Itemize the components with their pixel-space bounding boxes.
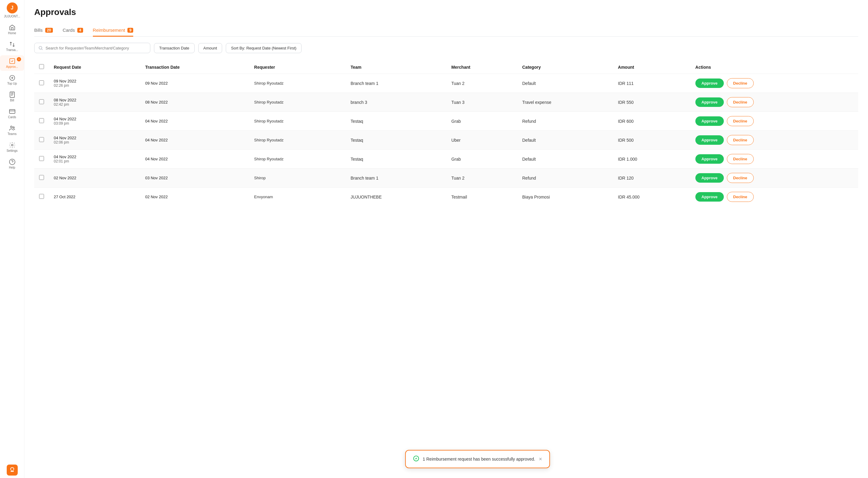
row-checkbox[interactable] — [39, 80, 44, 85]
row-checkbox[interactable] — [39, 118, 44, 123]
team-cell: Testaq — [346, 131, 446, 150]
amount-cell: IDR 500 — [613, 131, 690, 150]
tab-bills-label: Bills — [34, 28, 43, 33]
approve-button[interactable]: Approve — [695, 173, 724, 183]
tab-bills[interactable]: Bills 20 — [34, 25, 53, 37]
select-all-checkbox[interactable] — [39, 64, 44, 69]
table-container: Request Date Transaction Date Requester … — [34, 61, 858, 206]
decline-button[interactable]: Decline — [727, 116, 754, 126]
logo-icon — [9, 467, 16, 473]
transaction-date-cell: 04 Nov 2022 — [140, 131, 249, 150]
category-cell: Default — [517, 74, 613, 93]
transactions-icon — [9, 41, 16, 47]
approve-button[interactable]: Approve — [695, 135, 724, 145]
sort-filter[interactable]: Sort By: Request Date (Newest First) — [226, 43, 302, 53]
header-merchant: Merchant — [446, 61, 517, 74]
tab-cards[interactable]: Cards 4 — [63, 25, 83, 37]
sidebar-item-teams[interactable]: Teams — [0, 123, 24, 138]
toast-notification: 1 Reimbursement request has been success… — [405, 450, 550, 468]
svg-rect-3 — [9, 110, 15, 114]
approve-button[interactable]: Approve — [695, 78, 724, 88]
row-checkbox[interactable] — [39, 99, 44, 104]
amount-cell: IDR 600 — [613, 112, 690, 131]
approve-button[interactable]: Approve — [695, 116, 724, 126]
sidebar-item-home[interactable]: Home — [0, 22, 24, 37]
filter-bar: Transaction Date Amount Sort By: Request… — [34, 43, 858, 53]
request-date-cell: 04 Nov 2022 02:01 pm — [49, 150, 140, 169]
sidebar-item-topup-label: Top Up — [7, 82, 17, 85]
home-icon — [9, 24, 16, 31]
category-cell: Travel expense — [517, 93, 613, 112]
approve-button[interactable]: Approve — [695, 97, 724, 107]
tab-reimbursement[interactable]: Reimbursement 9 — [93, 25, 133, 37]
category-cell: Refund — [517, 169, 613, 188]
table-row: 04 Nov 2022 02:01 pm 04 Nov 2022 Shirop … — [34, 150, 858, 169]
requester-cell: Shirop Ryoutadz — [249, 74, 346, 93]
team-cell: Testaq — [346, 112, 446, 131]
decline-button[interactable]: Decline — [727, 154, 754, 164]
sidebar-item-home-label: Home — [8, 31, 16, 35]
sidebar-item-topup[interactable]: Top Up — [0, 72, 24, 88]
sidebar-item-approvals[interactable]: • Approv... — [0, 55, 24, 71]
sidebar-item-bill[interactable]: Bill — [0, 89, 24, 104]
sidebar-item-transactions[interactable]: Transa... — [0, 38, 24, 54]
actions-cell: Approve Decline — [690, 93, 858, 112]
approve-button[interactable]: Approve — [695, 192, 724, 201]
request-date-cell: 02 Nov 2022 — [49, 169, 140, 188]
team-cell: JUJUONTHEBE — [346, 188, 446, 206]
decline-button[interactable]: Decline — [727, 78, 754, 88]
row-checkbox[interactable] — [39, 194, 44, 199]
approve-button[interactable]: Approve — [695, 154, 724, 164]
bill-icon — [9, 91, 16, 98]
page-title: Approvals — [34, 7, 858, 17]
header-actions: Actions — [690, 61, 858, 74]
table-row: 09 Nov 2022 02:26 pm 09 Nov 2022 Shirop … — [34, 74, 858, 93]
table-row: 08 Nov 2022 02:42 pm 08 Nov 2022 Shirop … — [34, 93, 858, 112]
header-amount: Amount — [613, 61, 690, 74]
row-checkbox[interactable] — [39, 175, 44, 180]
search-input[interactable] — [45, 46, 146, 51]
toast-close-button[interactable]: × — [539, 456, 542, 462]
help-icon — [9, 159, 16, 165]
amount-cell: IDR 45.000 — [613, 188, 690, 206]
tab-bills-badge: 20 — [45, 28, 53, 33]
amount-filter[interactable]: Amount — [198, 43, 222, 53]
decline-button[interactable]: Decline — [727, 97, 754, 107]
cards-icon — [9, 108, 16, 115]
request-date-cell: 08 Nov 2022 02:42 pm — [49, 93, 140, 112]
row-checkbox[interactable] — [39, 137, 44, 142]
decline-button[interactable]: Decline — [727, 192, 754, 202]
search-icon — [38, 45, 43, 51]
row-checkbox[interactable] — [39, 156, 44, 161]
username-label: JUJUONT... — [4, 15, 20, 18]
merchant-cell: Tuan 3 — [446, 93, 517, 112]
table-row: 02 Nov 2022 03 Nov 2022 Shirop Branch te… — [34, 169, 858, 188]
decline-button[interactable]: Decline — [727, 135, 754, 145]
svg-point-7 — [9, 159, 15, 165]
header-team: Team — [346, 61, 446, 74]
main-content: Approvals Bills 20 Cards 4 Reimbursement… — [25, 0, 868, 478]
sidebar-item-settings-label: Settings — [6, 149, 18, 152]
toast-message: 1 Reimbursement request has been success… — [423, 457, 535, 461]
requester-cell: Shirop Ryoutadz — [249, 112, 346, 131]
decline-button[interactable]: Decline — [727, 173, 754, 183]
svg-rect-2 — [10, 92, 14, 97]
sidebar-item-cards[interactable]: Cards — [0, 106, 24, 121]
toast-success-icon — [413, 455, 419, 463]
transaction-date-cell: 08 Nov 2022 — [140, 93, 249, 112]
amount-cell: IDR 1.000 — [613, 150, 690, 169]
category-cell: Default — [517, 131, 613, 150]
sidebar-item-help[interactable]: Help — [0, 156, 24, 172]
sidebar-item-settings[interactable]: Settings — [0, 139, 24, 155]
category-cell: Default — [517, 150, 613, 169]
actions-cell: Approve Decline — [690, 112, 858, 131]
approvals-icon — [9, 58, 16, 64]
search-wrapper — [34, 43, 150, 53]
transaction-date-filter[interactable]: Transaction Date — [154, 43, 195, 53]
sidebar-item-approvals-label: Approv... — [6, 65, 18, 68]
settings-icon — [9, 142, 16, 149]
actions-cell: Approve Decline — [690, 169, 858, 188]
sidebar-item-bill-label: Bill — [10, 99, 14, 102]
request-date-cell: 27 Oct 2022 — [49, 188, 140, 206]
merchant-cell: Tuan 2 — [446, 169, 517, 188]
